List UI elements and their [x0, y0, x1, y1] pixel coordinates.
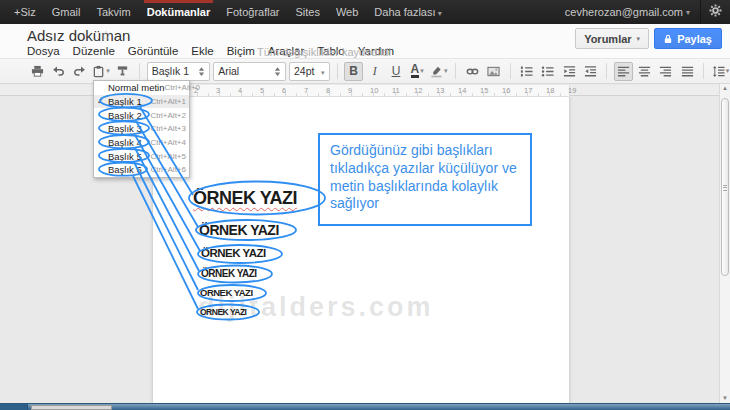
- gear-icon: [709, 3, 722, 21]
- toolbar-separator: [703, 63, 704, 79]
- ruler-number: 15: [480, 86, 488, 95]
- insert-link-button[interactable]: [463, 62, 481, 81]
- line-spacing-icon: [712, 65, 725, 78]
- share-button-label: Paylaş: [677, 33, 712, 45]
- header-buttons: Yorumlar▾ Paylaş: [575, 28, 722, 49]
- chevron-down-icon: ▾: [637, 35, 641, 43]
- ruler-number: 3: [216, 86, 220, 95]
- vertical-scroll-thumb[interactable]: [721, 98, 729, 276]
- print-icon: [31, 65, 44, 78]
- indent-button[interactable]: [581, 62, 599, 81]
- settings-gear-button[interactable]: [700, 0, 730, 24]
- ruler-number: 9: [348, 86, 352, 95]
- lock-icon: [664, 34, 672, 44]
- insert-link-icon: [466, 65, 479, 78]
- topbar-link-daha-fazlas[interactable]: Daha fazlası ▾: [366, 0, 449, 24]
- style-menu-item-ba-l-k-2[interactable]: Başlık 2Ctrl+Alt+2: [94, 108, 189, 122]
- bold-button[interactable]: B: [344, 62, 362, 81]
- redo-button[interactable]: [70, 62, 88, 81]
- align-justify-button[interactable]: [678, 62, 696, 81]
- style-menu-item-label: Normal metin: [108, 82, 165, 93]
- insert-image-button[interactable]: [484, 62, 502, 81]
- horizontal-scrollbar[interactable]: [0, 403, 730, 410]
- menu-d-zenle[interactable]: Düzenle: [73, 45, 115, 57]
- style-menu-item-ba-l-k-1[interactable]: ✓Başlık 1Ctrl+Alt+1: [94, 95, 189, 109]
- shortcut-label: Ctrl+Alt+5: [150, 152, 186, 161]
- toolbar-separator: [455, 63, 456, 79]
- toolbar-separator: [139, 63, 140, 79]
- underline-button[interactable]: U: [387, 62, 405, 81]
- topbar-link-foto-raflar[interactable]: Fotoğraflar: [218, 0, 287, 24]
- heading-sample-3[interactable]: ÖRNEK YAZI: [201, 247, 266, 260]
- toolbar-separator: [510, 63, 511, 79]
- heading-sample-4[interactable]: ÖRNEK YAZI: [201, 268, 257, 280]
- scroll-up-icon[interactable]: ▲: [720, 85, 730, 91]
- topbar-link-dok-manlar[interactable]: Dokümanlar: [139, 0, 219, 24]
- style-menu-item-ba-l-k-4[interactable]: Başlık 4Ctrl+Alt+4: [94, 136, 189, 150]
- menu-ekle[interactable]: Ekle: [191, 45, 213, 57]
- account-chevron-down-icon: ▾: [686, 8, 700, 17]
- outdent-button[interactable]: [560, 62, 578, 81]
- star-icon[interactable]: ☆: [100, 28, 112, 43]
- comments-button-label: Yorumlar: [584, 33, 631, 45]
- align-left-button[interactable]: [614, 62, 632, 81]
- undo-icon: [52, 65, 65, 78]
- document-title[interactable]: Adsız doküman: [27, 27, 130, 44]
- style-menu-item-ba-l-k-5[interactable]: Başlık 5Ctrl+Alt+5: [94, 149, 189, 163]
- toolbar-separator: [606, 63, 607, 79]
- styles-dropdown-menu: Normal metinCtrl+Alt+0✓Başlık 1Ctrl+Alt+…: [93, 80, 190, 178]
- web-clipboard-button[interactable]: ▾: [92, 62, 111, 81]
- style-menu-item-label: Başlık 2: [108, 110, 142, 121]
- heading-sample-5[interactable]: ÖRNEK YAZI: [200, 287, 253, 298]
- align-right-icon: [659, 65, 672, 78]
- undo-button[interactable]: [49, 62, 67, 81]
- style-select[interactable]: Başlık 1: [147, 62, 210, 81]
- heading-sample-6[interactable]: ÖRNEK YAZI: [200, 307, 247, 317]
- italic-button[interactable]: I: [366, 62, 384, 81]
- topbar-link-takvim[interactable]: Takvim: [88, 0, 138, 24]
- heading-sample-2[interactable]: ÖRNEK YAZI: [199, 222, 279, 238]
- font-select[interactable]: Arial: [213, 62, 286, 81]
- style-menu-item-ba-l-k-6[interactable]: Başlık 6Ctrl+Alt+6: [94, 163, 189, 177]
- bulleted-list-button[interactable]: [539, 62, 557, 81]
- share-button[interactable]: Paylaş: [654, 28, 722, 49]
- ruler-number: 16: [502, 86, 510, 95]
- check-icon: ✓: [97, 97, 104, 106]
- numbered-list-button[interactable]: [518, 62, 536, 81]
- highlight-color-icon: [430, 65, 443, 78]
- paint-format-button[interactable]: [114, 62, 132, 81]
- insert-image-icon: [487, 65, 500, 78]
- vertical-scrollbar[interactable]: ▲ ▼: [719, 84, 730, 403]
- text-color-button[interactable]: A▾: [408, 62, 426, 81]
- paint-format-icon: [116, 65, 129, 78]
- print-button[interactable]: [28, 62, 46, 81]
- menu-dosya[interactable]: Dosya: [27, 45, 60, 57]
- style-menu-item-normal-metin[interactable]: Normal metinCtrl+Alt+0: [94, 81, 189, 95]
- ruler-number: 5: [260, 86, 264, 95]
- line-spacing-button[interactable]: ▾: [711, 62, 730, 81]
- ruler-number: 13: [436, 86, 444, 95]
- menu-bi-im[interactable]: Biçim: [227, 45, 255, 57]
- highlight-color-button[interactable]: ▾: [429, 62, 448, 81]
- topbar-account-area: cevherozan@gmail.com ▾: [565, 0, 730, 24]
- callout-box: Gördüğünüz gibi başlıkları tıkladıkça ya…: [318, 133, 532, 226]
- topbar-link-gmail[interactable]: Gmail: [44, 0, 89, 24]
- shortcut-label: Ctrl+Alt+1: [150, 97, 186, 106]
- save-status: Tüm değişiklikler kaydedildi: [257, 46, 391, 58]
- size-select[interactable]: 24pt▾: [289, 62, 329, 81]
- topbar-link-web[interactable]: Web: [328, 0, 366, 24]
- ruler-number: 10: [370, 86, 378, 95]
- topbar-link-sites[interactable]: Sites: [287, 0, 327, 24]
- comments-button[interactable]: Yorumlar▾: [575, 28, 649, 49]
- account-email[interactable]: cevherozan@gmail.com: [565, 6, 686, 18]
- heading-sample-1[interactable]: ÖRNEK YAZI: [193, 188, 297, 209]
- menu-g-r-nt-le[interactable]: Görüntüle: [128, 45, 179, 57]
- topbar-link-siz[interactable]: +Siz: [6, 0, 44, 24]
- align-right-button[interactable]: [657, 62, 675, 81]
- shortcut-label: Ctrl+Alt+6: [150, 165, 186, 174]
- horizontal-scroll-thumb[interactable]: [31, 405, 112, 410]
- align-justify-icon: [681, 65, 694, 78]
- scroll-down-icon[interactable]: ▼: [720, 395, 730, 401]
- style-menu-item-ba-l-k-3[interactable]: Başlık 3Ctrl+Alt+3: [94, 122, 189, 136]
- align-center-button[interactable]: [636, 62, 654, 81]
